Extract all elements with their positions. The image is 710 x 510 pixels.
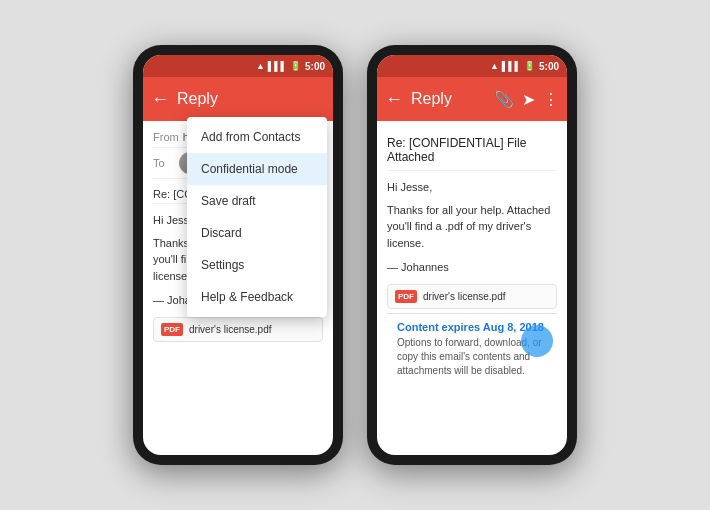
app-bar-right: ← Reply 📎 ➤ ⋮ [377,77,567,121]
left-screen: ▲ ▌▌▌ 🔋 5:00 ← Reply From hikingfan@gma.… [143,55,333,455]
content-expires: Content expires Aug 8, 2018 Options to f… [387,313,557,385]
menu-item-add-contacts[interactable]: Add from Contacts [187,121,327,153]
app-bar-title-left: Reply [177,90,325,108]
menu-item-settings[interactable]: Settings [187,249,327,281]
send-icon[interactable]: ➤ [522,90,535,109]
subject-right: Re: [CONFIDENTIAL] File Attached [387,131,557,171]
wifi-icon: ▲ [256,61,265,71]
more-icon[interactable]: ⋮ [543,90,559,109]
menu-item-help[interactable]: Help & Feedback [187,281,327,313]
to-label: To [153,157,175,169]
expires-description: Options to forward, download, or copy th… [397,336,547,378]
status-time-left: 5:00 [305,61,325,72]
dropdown-menu: Add from Contacts Confidential mode Save… [187,117,327,317]
attachment-left[interactable]: PDF driver's license.pdf [153,317,323,342]
pdf-icon-right: PDF [395,290,417,303]
attachment-name-left: driver's license.pdf [189,324,272,335]
attachment-name-right: driver's license.pdf [423,291,506,302]
signal-icon-right: ▌▌▌ [502,61,521,71]
battery-icon: 🔋 [290,61,301,71]
left-phone: ▲ ▌▌▌ 🔋 5:00 ← Reply From hikingfan@gma.… [133,45,343,465]
status-icons: ▲ ▌▌▌ 🔋 [256,61,301,71]
status-bar-right: ▲ ▌▌▌ 🔋 5:00 [377,55,567,77]
status-time-right: 5:00 [539,61,559,72]
pdf-icon-left: PDF [161,323,183,336]
right-phone: ▲ ▌▌▌ 🔋 5:00 ← Reply 📎 ➤ ⋮ Re: [CONFIDEN… [367,45,577,465]
app-bar-left: ← Reply [143,77,333,121]
back-button-left[interactable]: ← [151,89,169,110]
email-content-right: Hi Jesse, Thanks for all your help. Atta… [387,171,557,276]
back-button-right[interactable]: ← [385,89,403,110]
attachment-icon[interactable]: 📎 [494,90,514,109]
status-icons-right: ▲ ▌▌▌ 🔋 [490,61,535,71]
menu-item-save-draft[interactable]: Save draft [187,185,327,217]
body-text-right: Thanks for all your help. Attached you'l… [387,202,557,252]
right-screen: ▲ ▌▌▌ 🔋 5:00 ← Reply 📎 ➤ ⋮ Re: [CONFIDEN… [377,55,567,455]
menu-item-confidential[interactable]: Confidential mode [187,153,327,185]
attachment-right[interactable]: PDF driver's license.pdf [387,284,557,309]
expires-title: Content expires Aug 8, 2018 [397,321,547,333]
menu-item-discard[interactable]: Discard [187,217,327,249]
app-bar-title-right: Reply [411,90,486,108]
battery-icon-right: 🔋 [524,61,535,71]
from-label: From [153,131,179,143]
email-body-right: Re: [CONFIDENTIAL] File Attached Hi Jess… [377,121,567,455]
signature-right: — Johannes [387,259,557,276]
status-bar-left: ▲ ▌▌▌ 🔋 5:00 [143,55,333,77]
wifi-icon-right: ▲ [490,61,499,71]
signal-icon: ▌▌▌ [268,61,287,71]
action-icons-right: 📎 ➤ ⋮ [494,90,559,109]
greeting-right: Hi Jesse, [387,179,557,196]
